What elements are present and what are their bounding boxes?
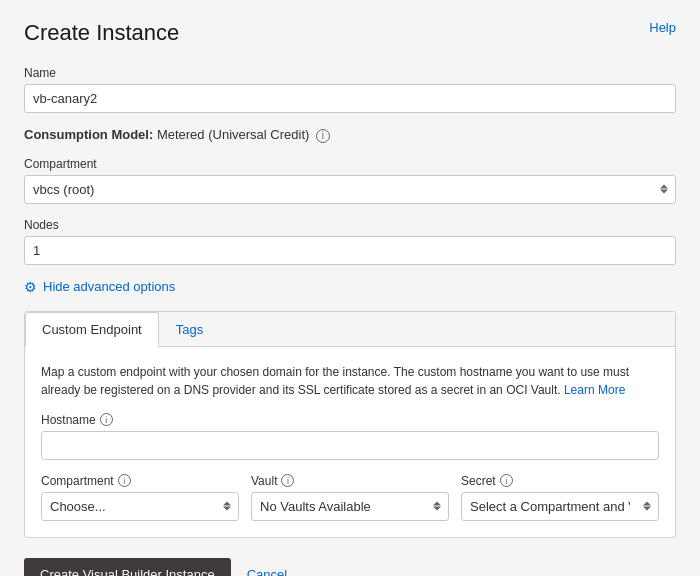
tab-description: Map a custom endpoint with your chosen d… bbox=[41, 363, 659, 399]
hostname-input-wrapper bbox=[41, 431, 659, 460]
endpoint-secret-select[interactable]: Select a Compartment and Vault bbox=[461, 492, 659, 521]
endpoint-secret-label: Secret bbox=[461, 474, 496, 488]
page-container: Create Instance Help Name Consumption Mo… bbox=[0, 0, 700, 576]
endpoint-vault-select[interactable]: No Vaults Available bbox=[251, 492, 449, 521]
help-link[interactable]: Help bbox=[649, 20, 676, 35]
name-group: Name bbox=[24, 66, 676, 113]
endpoint-vault-label-row: Vault i bbox=[251, 474, 449, 488]
endpoint-secret-label-row: Secret i bbox=[461, 474, 659, 488]
page-title: Create Instance bbox=[24, 20, 179, 46]
hide-advanced-label: Hide advanced options bbox=[43, 279, 175, 294]
nodes-label: Nodes bbox=[24, 218, 676, 232]
endpoint-compartment-info-icon[interactable]: i bbox=[118, 474, 131, 487]
nodes-input[interactable] bbox=[24, 236, 676, 265]
learn-more-link[interactable]: Learn More bbox=[564, 383, 625, 397]
hostname-label: Hostname bbox=[41, 413, 96, 427]
endpoint-vault-col: Vault i No Vaults Available bbox=[251, 474, 449, 521]
endpoint-compartment-label: Compartment bbox=[41, 474, 114, 488]
endpoint-vault-select-wrapper: No Vaults Available bbox=[251, 492, 449, 521]
endpoint-secret-info-icon[interactable]: i bbox=[500, 474, 513, 487]
compartment-select-wrapper: vbcs (root) bbox=[24, 175, 676, 204]
hostname-label-row: Hostname i bbox=[41, 413, 659, 427]
compartment-select[interactable]: vbcs (root) bbox=[24, 175, 676, 204]
footer-actions: Create Visual Builder Instance Cancel bbox=[24, 558, 676, 576]
create-instance-button[interactable]: Create Visual Builder Instance bbox=[24, 558, 231, 576]
name-label: Name bbox=[24, 66, 676, 80]
tab-content-custom-endpoint: Map a custom endpoint with your chosen d… bbox=[25, 347, 675, 537]
three-col-row: Compartment i Choose... bbox=[41, 474, 659, 521]
endpoint-vault-label: Vault bbox=[251, 474, 277, 488]
name-input[interactable] bbox=[24, 84, 676, 113]
compartment-label: Compartment bbox=[24, 157, 676, 171]
consumption-model-value: Metered (Universal Credit) bbox=[157, 127, 309, 142]
hide-advanced-options-link[interactable]: ⚙ Hide advanced options bbox=[24, 279, 676, 295]
endpoint-compartment-select-wrapper: Choose... bbox=[41, 492, 239, 521]
cancel-button[interactable]: Cancel bbox=[247, 567, 287, 576]
endpoint-compartment-select[interactable]: Choose... bbox=[41, 492, 239, 521]
hostname-info-icon[interactable]: i bbox=[100, 413, 113, 426]
tabs-header: Custom Endpoint Tags bbox=[25, 312, 675, 347]
consumption-model: Consumption Model: Metered (Universal Cr… bbox=[24, 127, 676, 143]
settings-icon: ⚙ bbox=[24, 279, 37, 295]
hostname-group: Hostname i bbox=[41, 413, 659, 460]
compartment-group: Compartment vbcs (root) bbox=[24, 157, 676, 204]
endpoint-compartment-col: Compartment i Choose... bbox=[41, 474, 239, 521]
consumption-info-icon[interactable]: i bbox=[316, 129, 330, 143]
page-header: Create Instance Help bbox=[24, 20, 676, 46]
endpoint-vault-info-icon[interactable]: i bbox=[281, 474, 294, 487]
tab-tags[interactable]: Tags bbox=[159, 312, 220, 347]
nodes-group: Nodes bbox=[24, 218, 676, 265]
endpoint-secret-select-wrapper: Select a Compartment and Vault bbox=[461, 492, 659, 521]
hostname-input[interactable] bbox=[41, 431, 659, 460]
consumption-model-label: Consumption Model: bbox=[24, 127, 153, 142]
endpoint-compartment-label-row: Compartment i bbox=[41, 474, 239, 488]
endpoint-secret-col: Secret i Select a Compartment and Vault bbox=[461, 474, 659, 521]
tab-custom-endpoint[interactable]: Custom Endpoint bbox=[25, 312, 159, 347]
tabs-container: Custom Endpoint Tags Map a custom endpoi… bbox=[24, 311, 676, 538]
